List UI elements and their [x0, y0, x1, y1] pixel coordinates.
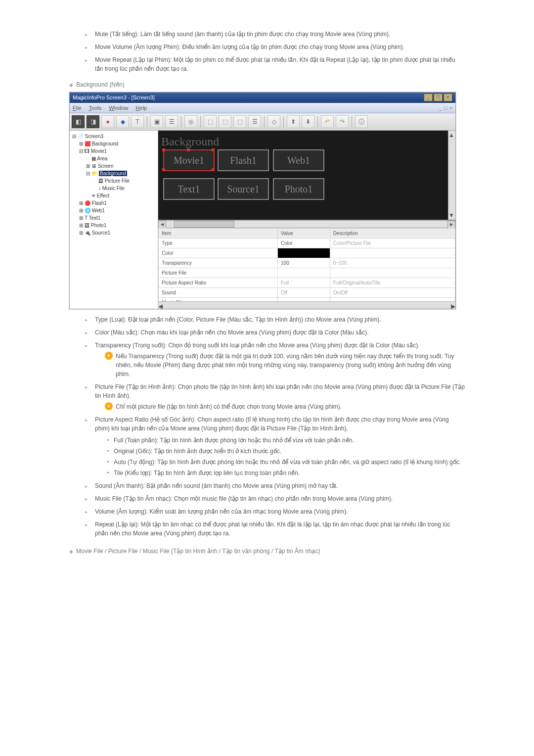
mdi-restore[interactable]: □	[444, 104, 447, 112]
maximize-button[interactable]: □	[434, 94, 443, 101]
tool-icon[interactable]: ●	[101, 115, 114, 128]
text-icon[interactable]: T	[131, 115, 144, 128]
list-item: Picture Aspect Ratio (Hệ số Góc ảnh): Ch…	[85, 415, 465, 477]
undo-icon[interactable]: ↶	[321, 115, 334, 128]
send-back-icon[interactable]: ⬇	[302, 115, 314, 128]
canvas-panel[interactable]: Source1	[218, 178, 269, 200]
sub-item: Tile (Kiểu lợp): Tập tin hình ảnh được l…	[107, 469, 465, 477]
scroll-left-icon[interactable]: ◀	[158, 221, 166, 229]
list-item: Movie Volume (Âm lượng Phim): Điều khiển…	[85, 43, 465, 51]
list-item: Volume (Âm lượng): Kiểm soát âm lượng ph…	[85, 507, 465, 516]
toolbar-separator	[352, 116, 352, 128]
tool-icon[interactable]: ◆	[116, 115, 129, 128]
h-scrollbar[interactable]: ◀ ▶	[158, 220, 455, 228]
scroll-right-icon[interactable]: ▶	[451, 302, 455, 309]
sub-item: Full (Toàn phần): Tập tin hình ảnh được …	[107, 436, 465, 445]
scroll-left-icon[interactable]: ◀	[158, 302, 163, 309]
col-item: Item	[159, 229, 278, 238]
tool-icon[interactable]: ☰	[165, 115, 178, 128]
table-row[interactable]: SoundOffOn/Off	[159, 288, 455, 298]
canvas-panel[interactable]: Text1	[163, 178, 215, 200]
table-row[interactable]: Color	[159, 248, 455, 258]
tree-item[interactable]: Photo1	[91, 223, 107, 228]
table-row[interactable]: Picture File	[159, 268, 455, 278]
tree-item-selected[interactable]: Background	[99, 171, 127, 176]
tree-item[interactable]: Effect	[97, 193, 109, 198]
tool-icon[interactable]: ◎	[184, 115, 197, 128]
toolbar: ◧ ◨ ● ◆ T ▣ ☰ ◎ ⬚ ⬚ ⬚ ☰ ◇ ⬆ ⬇ ↶ ↷ ⓘ	[70, 113, 455, 131]
canvas-area[interactable]: Background Movie1 Flash1 Web1 Text1 Sour…	[158, 131, 455, 220]
toolbar-separator	[200, 116, 201, 128]
tree-item[interactable]: Web1	[92, 208, 105, 213]
tool-icon[interactable]: ⬚	[204, 115, 217, 128]
scroll-down-icon[interactable]: ▼	[448, 211, 455, 220]
redo-icon[interactable]: ↷	[336, 115, 349, 128]
item-text: Transparency (Trong suốt): Chọn độ trong…	[95, 342, 420, 349]
minimize-button[interactable]: _	[424, 94, 433, 101]
sub-item: Auto (Tự động): Tập tin hình ảnh được ph…	[107, 458, 465, 467]
canvas-panel[interactable]: Photo1	[273, 178, 324, 200]
tree-root[interactable]: Screen3	[85, 134, 103, 139]
menu-tools[interactable]: Tools	[89, 105, 102, 111]
toolbar-separator	[147, 116, 147, 128]
window-controls: _ □ ×	[424, 94, 452, 101]
tree-item[interactable]: Text1	[89, 215, 101, 221]
toolbar-separator	[264, 116, 265, 128]
canvas-panel[interactable]: Flash1	[218, 149, 269, 171]
mdi-minimize[interactable]: _	[439, 104, 442, 112]
mdi-close[interactable]: ×	[449, 104, 452, 112]
description-list: Type (Loại): Đặt loại phần nền (Color, P…	[85, 315, 465, 538]
footer-heading: Movie File / Picture File / Music File (…	[69, 547, 465, 556]
note: Nếu Transparency (Trong suốt) được đặt l…	[105, 352, 465, 378]
info-icon[interactable]: ⓘ	[355, 115, 368, 128]
titlebar: MagicInfoPro Screen3 - [Screen3] _ □ ×	[70, 93, 455, 103]
tree-pane: ⊟📄 Screen3 ⊞🟥 Background ⊟🎞 Movie1 ▦ Are…	[70, 131, 158, 309]
app-window: MagicInfoPro Screen3 - [Screen3] _ □ × F…	[69, 92, 456, 309]
tool-icon[interactable]: ⬚	[233, 115, 246, 128]
close-button[interactable]: ×	[444, 94, 452, 101]
canvas-panel[interactable]: Movie1	[163, 149, 215, 171]
col-desc: Description	[330, 229, 455, 238]
menu-window[interactable]: Window	[109, 105, 128, 111]
sub-list: Full (Toàn phần): Tập tin hình ảnh được …	[107, 436, 465, 477]
tree-item[interactable]: Movie1	[91, 148, 107, 154]
menu-file[interactable]: File	[73, 105, 82, 111]
properties-table: Item Value Description TypeColorColor/Pi…	[158, 228, 455, 301]
menubar: File Tools Window Help _ □ ×	[70, 103, 455, 114]
menu-help[interactable]: Help	[136, 105, 147, 111]
table-row[interactable]: TypeColorColor/Picture File	[159, 238, 455, 248]
tool-icon[interactable]: ⬚	[219, 115, 231, 128]
tool-icon[interactable]: ◧	[72, 115, 85, 128]
tool-icon[interactable]: ◇	[267, 115, 280, 128]
table-row[interactable]: Picture Aspect RatioFullFull/Original/Au…	[159, 278, 455, 288]
tree-item[interactable]: Background	[92, 141, 118, 146]
tree-item[interactable]: Source1	[92, 230, 110, 236]
scroll-right-icon[interactable]: ▶	[447, 221, 455, 229]
note: Chỉ một picture file (tập tin hình ảnh) …	[105, 402, 465, 411]
scroll-up-icon[interactable]: ▲	[448, 131, 455, 140]
tree-item[interactable]: Music File	[102, 186, 125, 191]
bring-front-icon[interactable]: ⬆	[287, 115, 300, 128]
list-item: Color (Màu sắc): Chọn màu khi loại phần …	[85, 328, 465, 337]
list-item: Repeat (Lặp lại): Một tập tin âm nhạc có…	[85, 520, 465, 538]
tool-icon[interactable]: ◨	[87, 115, 99, 128]
table-row[interactable]: Transparency1000~100	[159, 258, 455, 268]
list-item: Picture File (Tập tin Hình ảnh): Chọn ph…	[85, 382, 465, 411]
tool-icon[interactable]: ▣	[150, 115, 163, 128]
toolbar-separator	[317, 116, 318, 128]
tree-item[interactable]: Picture File	[105, 178, 130, 184]
tree-item[interactable]: Screen	[98, 163, 114, 169]
tree-item[interactable]: Flash1	[92, 200, 107, 206]
scroll-thumb[interactable]	[174, 221, 234, 228]
list-item: Music File (Tập tin Âm nhạc): Chọn một m…	[85, 494, 465, 503]
sub-item: Original (Gốc): Tập tin hình ảnh được hi…	[107, 447, 465, 456]
canvas-panel[interactable]: Web1	[273, 149, 324, 171]
table-header-row: Item Value Description	[159, 229, 455, 238]
toolbar-separator	[181, 116, 181, 128]
item-text: Picture File (Tập tin Hình ảnh): Chọn ph…	[95, 383, 465, 399]
list-item: Mute (Tắt tiếng): Làm tắt tiếng sound (â…	[85, 30, 465, 39]
bottom-scrollbar[interactable]: ◀ ▶	[158, 301, 455, 309]
table-row[interactable]: Music File	[159, 298, 455, 302]
tree-item[interactable]: Area	[97, 156, 107, 161]
tool-icon[interactable]: ☰	[248, 115, 261, 128]
